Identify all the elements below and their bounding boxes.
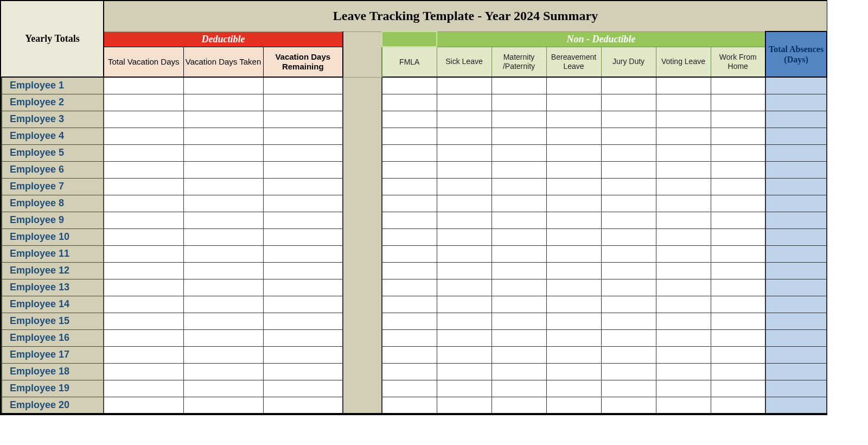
cell-nondeductible[interactable]: [492, 77, 546, 94]
cell-deductible[interactable]: [263, 178, 343, 195]
cell-nondeductible[interactable]: [382, 245, 437, 262]
cell-nondeductible[interactable]: [546, 77, 601, 94]
cell-deductible[interactable]: [104, 262, 183, 279]
cell-deductible[interactable]: [183, 363, 263, 380]
cell-total-absences[interactable]: [765, 94, 827, 111]
cell-nondeductible[interactable]: [382, 212, 437, 228]
cell-deductible[interactable]: [263, 279, 343, 296]
cell-nondeductible[interactable]: [546, 363, 601, 380]
cell-total-absences[interactable]: [765, 296, 827, 313]
cell-total-absences[interactable]: [765, 111, 827, 128]
cell-nondeductible[interactable]: [437, 178, 492, 195]
cell-nondeductible[interactable]: [711, 161, 765, 178]
cell-nondeductible[interactable]: [601, 313, 656, 329]
cell-nondeductible[interactable]: [601, 262, 656, 279]
cell-deductible[interactable]: [104, 212, 183, 228]
cell-nondeductible[interactable]: [492, 128, 546, 144]
cell-total-absences[interactable]: [765, 346, 827, 363]
cell-nondeductible[interactable]: [437, 228, 492, 245]
cell-deductible[interactable]: [183, 212, 263, 228]
cell-deductible[interactable]: [183, 279, 263, 296]
cell-deductible[interactable]: [263, 245, 343, 262]
cell-nondeductible[interactable]: [601, 329, 656, 346]
cell-nondeductible[interactable]: [601, 212, 656, 228]
cell-nondeductible[interactable]: [656, 94, 711, 111]
cell-nondeductible[interactable]: [546, 397, 601, 414]
cell-nondeductible[interactable]: [656, 245, 711, 262]
cell-deductible[interactable]: [104, 313, 183, 329]
cell-deductible[interactable]: [104, 111, 183, 128]
cell-nondeductible[interactable]: [656, 329, 711, 346]
cell-nondeductible[interactable]: [546, 212, 601, 228]
cell-nondeductible[interactable]: [382, 262, 437, 279]
cell-deductible[interactable]: [104, 346, 183, 363]
cell-nondeductible[interactable]: [601, 161, 656, 178]
cell-nondeductible[interactable]: [601, 346, 656, 363]
cell-nondeductible[interactable]: [382, 94, 437, 111]
cell-deductible[interactable]: [104, 397, 183, 414]
cell-nondeductible[interactable]: [492, 262, 546, 279]
cell-nondeductible[interactable]: [492, 313, 546, 329]
cell-deductible[interactable]: [263, 346, 343, 363]
cell-deductible[interactable]: [183, 111, 263, 128]
cell-nondeductible[interactable]: [546, 296, 601, 313]
cell-nondeductible[interactable]: [601, 380, 656, 397]
cell-nondeductible[interactable]: [382, 279, 437, 296]
cell-nondeductible[interactable]: [492, 380, 546, 397]
cell-nondeductible[interactable]: [656, 161, 711, 178]
cell-nondeductible[interactable]: [492, 111, 546, 128]
cell-nondeductible[interactable]: [711, 262, 765, 279]
cell-total-absences[interactable]: [765, 363, 827, 380]
cell-deductible[interactable]: [183, 77, 263, 94]
cell-deductible[interactable]: [263, 329, 343, 346]
cell-nondeductible[interactable]: [711, 346, 765, 363]
cell-deductible[interactable]: [263, 296, 343, 313]
cell-nondeductible[interactable]: [656, 111, 711, 128]
cell-nondeductible[interactable]: [711, 212, 765, 228]
cell-deductible[interactable]: [263, 228, 343, 245]
cell-nondeductible[interactable]: [656, 128, 711, 144]
cell-nondeductible[interactable]: [711, 228, 765, 245]
cell-nondeductible[interactable]: [546, 178, 601, 195]
cell-nondeductible[interactable]: [546, 380, 601, 397]
cell-deductible[interactable]: [263, 111, 343, 128]
cell-nondeductible[interactable]: [656, 363, 711, 380]
cell-total-absences[interactable]: [765, 262, 827, 279]
cell-deductible[interactable]: [263, 128, 343, 144]
cell-nondeductible[interactable]: [382, 329, 437, 346]
cell-nondeductible[interactable]: [711, 245, 765, 262]
cell-deductible[interactable]: [104, 77, 183, 94]
cell-nondeductible[interactable]: [656, 144, 711, 161]
cell-nondeductible[interactable]: [601, 363, 656, 380]
cell-nondeductible[interactable]: [601, 228, 656, 245]
cell-deductible[interactable]: [263, 94, 343, 111]
cell-deductible[interactable]: [183, 397, 263, 414]
cell-nondeductible[interactable]: [656, 77, 711, 94]
cell-nondeductible[interactable]: [656, 195, 711, 212]
cell-nondeductible[interactable]: [437, 296, 492, 313]
cell-nondeductible[interactable]: [382, 144, 437, 161]
cell-nondeductible[interactable]: [711, 128, 765, 144]
cell-nondeductible[interactable]: [601, 178, 656, 195]
cell-nondeductible[interactable]: [382, 161, 437, 178]
cell-nondeductible[interactable]: [437, 128, 492, 144]
cell-nondeductible[interactable]: [437, 262, 492, 279]
cell-nondeductible[interactable]: [437, 313, 492, 329]
cell-deductible[interactable]: [104, 144, 183, 161]
cell-deductible[interactable]: [263, 363, 343, 380]
cell-deductible[interactable]: [263, 262, 343, 279]
cell-nondeductible[interactable]: [382, 128, 437, 144]
cell-nondeductible[interactable]: [437, 279, 492, 296]
cell-deductible[interactable]: [183, 346, 263, 363]
cell-deductible[interactable]: [183, 161, 263, 178]
cell-nondeductible[interactable]: [382, 346, 437, 363]
cell-deductible[interactable]: [183, 195, 263, 212]
cell-deductible[interactable]: [263, 144, 343, 161]
cell-nondeductible[interactable]: [492, 245, 546, 262]
cell-deductible[interactable]: [104, 245, 183, 262]
cell-nondeductible[interactable]: [601, 279, 656, 296]
cell-deductible[interactable]: [104, 195, 183, 212]
cell-nondeductible[interactable]: [711, 94, 765, 111]
cell-nondeductible[interactable]: [437, 397, 492, 414]
cell-nondeductible[interactable]: [437, 346, 492, 363]
